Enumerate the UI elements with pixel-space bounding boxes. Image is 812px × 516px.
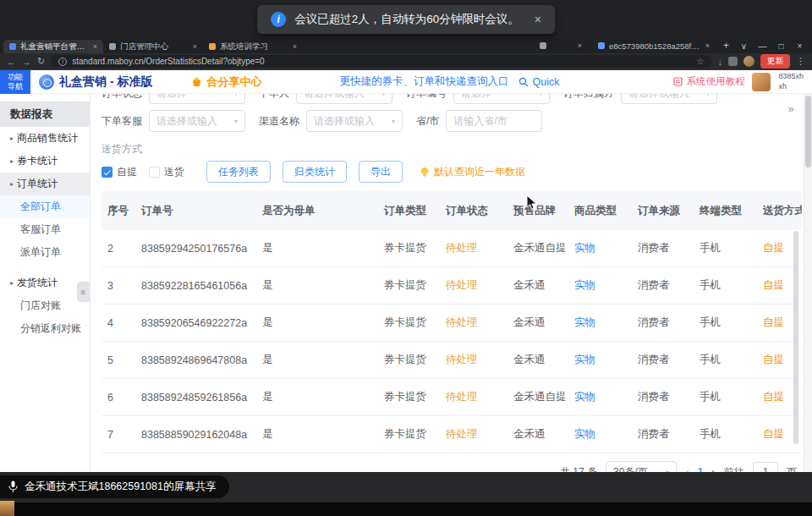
table-header-row: 序号 订单号 是否为母单 订单类型 订单状态 预售品牌 商品类型 订单来源 终端… bbox=[102, 191, 802, 230]
chevron-down-icon bbox=[234, 94, 238, 97]
user-avatar[interactable] bbox=[752, 73, 771, 91]
toolbar-button[interactable]: 导出 bbox=[359, 161, 403, 183]
download-icon[interactable]: ↓ bbox=[718, 57, 723, 67]
filter-placeholder: 请选择或输入 bbox=[304, 94, 365, 101]
sidebar-item[interactable]: 订单统计 bbox=[0, 173, 90, 195]
page-size-select[interactable]: 30条/页 bbox=[606, 461, 677, 472]
checkbox-icon bbox=[149, 167, 160, 178]
cell-source: 消费者 bbox=[632, 241, 694, 255]
next-page-button[interactable]: › bbox=[711, 465, 716, 472]
toolbar-button[interactable]: 任务列表 bbox=[206, 161, 271, 183]
sidebar-collapse-handle[interactable]: ≡ bbox=[77, 282, 90, 302]
sidebar-item[interactable]: 全部订单 bbox=[0, 195, 90, 218]
forward-icon[interactable]: → bbox=[22, 57, 31, 67]
sidebar-item[interactable]: 客服订单 bbox=[0, 218, 90, 241]
table-row[interactable]: 7 83858859029162048a 是 券卡提货 待处理 金禾通 实物 消… bbox=[102, 416, 802, 453]
filter-group: 省/市 请输入省/市 bbox=[416, 110, 542, 132]
filter-group: 订单状态 请选择 bbox=[102, 94, 245, 104]
column-header-source: 订单来源 bbox=[632, 204, 694, 218]
sidebar-item[interactable]: 派单订单 bbox=[0, 241, 90, 264]
cell-type: 券卡提货 bbox=[378, 241, 440, 255]
cell-source: 消费者 bbox=[632, 390, 694, 404]
tab-search-icon[interactable]: ∨ bbox=[737, 41, 751, 51]
minimize-button[interactable]: — bbox=[755, 41, 770, 51]
toolbar: 自提 送货 任务列表 归类统计 导出 bbox=[102, 161, 802, 183]
cell-goods-type-link[interactable]: 实物 bbox=[568, 316, 632, 330]
quick-search-link[interactable]: Quick bbox=[518, 76, 559, 88]
promo-link[interactable]: 更快捷的券卡、订单和快递查询入口 bbox=[339, 74, 508, 89]
sidebar-item[interactable]: 券卡统计 bbox=[0, 150, 90, 173]
reload-icon[interactable]: ↻ bbox=[37, 56, 45, 67]
filters-collapse-button[interactable]: » bbox=[782, 101, 800, 116]
share-center-link[interactable]: 合分享中心 bbox=[191, 74, 261, 90]
browser-tab[interactable] bbox=[534, 39, 588, 52]
filter-select[interactable]: 请选择或输入 bbox=[621, 94, 717, 104]
tab-favicon bbox=[9, 43, 16, 50]
current-page[interactable]: 1 bbox=[698, 466, 704, 472]
browser-update-button[interactable]: 更新 bbox=[760, 54, 790, 69]
table-row[interactable]: 4 83859206546922272a 是 券卡提货 待处理 金禾通 实物 消… bbox=[102, 305, 802, 342]
browser-tab[interactable]: 门店管理中心 bbox=[103, 40, 203, 53]
back-icon[interactable]: ← bbox=[7, 57, 16, 67]
browser-tab[interactable]: e8c573980b1528a258fd2e6 bbox=[592, 39, 716, 52]
cell-goods-type-link[interactable]: 实物 bbox=[568, 241, 632, 255]
filter-select[interactable]: 请选择 bbox=[149, 94, 245, 104]
tab-close-icon[interactable] bbox=[578, 41, 582, 50]
sidebar-item[interactable]: 分销返利对账 bbox=[0, 317, 90, 340]
site-info-icon[interactable]: i bbox=[58, 58, 67, 66]
cell-parent: 是 bbox=[256, 390, 378, 404]
table-row[interactable]: 3 83859228165461056a 是 券卡提货 待处理 金禾通 实物 消… bbox=[102, 267, 802, 305]
cell-brand: 金禾通 bbox=[508, 353, 568, 367]
toolbar-button[interactable]: 归类统计 bbox=[283, 161, 347, 183]
browser-tab[interactable]: 系统培训学习 bbox=[203, 40, 303, 53]
filter-select[interactable]: 请选择或输入 bbox=[149, 110, 245, 132]
filter-select[interactable]: 请输入省/市 bbox=[446, 110, 542, 132]
cell-goods-type-link[interactable]: 实物 bbox=[568, 353, 632, 367]
orders-table: 序号 订单号 是否为母单 订单类型 订单状态 预售品牌 商品类型 订单来源 终端… bbox=[102, 191, 802, 453]
maximize-button[interactable]: □ bbox=[774, 41, 788, 51]
cell-goods-type-link[interactable]: 实物 bbox=[568, 278, 632, 293]
new-tab-button[interactable]: + bbox=[720, 40, 732, 52]
tab-title: e8c573980b1528a258fd2e6 bbox=[609, 41, 701, 51]
table-row[interactable]: 2 83859294250176576a 是 券卡提货 待处理 金禾通自提 实物… bbox=[102, 230, 802, 267]
delivery-checkbox-group: 自提 送货 bbox=[102, 165, 184, 179]
total-count: 共 17 条 bbox=[560, 465, 597, 473]
delivery-checkbox[interactable]: 送货 bbox=[149, 165, 184, 179]
goto-page-input[interactable] bbox=[753, 462, 778, 472]
cell-terminal: 手机 bbox=[694, 241, 757, 255]
username-line1: 8385xh bbox=[778, 72, 804, 81]
cell-parent: 是 bbox=[256, 353, 378, 367]
taskbar-avatar[interactable] bbox=[0, 501, 14, 516]
filter-select[interactable]: 请选择或输入 bbox=[306, 110, 403, 132]
table-row[interactable]: 5 83858924869647808a 是 券卡提货 待处理 金禾通 实物 消… bbox=[102, 342, 802, 379]
tab-close-icon[interactable] bbox=[293, 42, 297, 51]
delivery-checkbox[interactable]: 自提 bbox=[102, 165, 137, 179]
url-text: standard.maboy.cn/OrderStatisticsDetail?… bbox=[72, 57, 264, 66]
tab-close-icon[interactable] bbox=[705, 41, 710, 50]
toast-close-icon[interactable]: × bbox=[535, 13, 541, 26]
table-scrollbar[interactable] bbox=[793, 231, 798, 444]
page-scrollbar[interactable] bbox=[804, 94, 812, 472]
tab-close-icon[interactable] bbox=[93, 42, 97, 51]
browser-tab[interactable]: 礼盒营销平台管理中心 bbox=[3, 40, 103, 53]
page-scrollbar-thumb[interactable] bbox=[805, 96, 811, 167]
browser-profile-avatar[interactable] bbox=[743, 56, 754, 67]
sidebar-item-label: 分销返利对账 bbox=[20, 321, 81, 336]
browser-menu-icon[interactable]: ⋮ bbox=[796, 56, 805, 67]
filter-select[interactable]: 请选择 bbox=[453, 94, 550, 104]
function-nav-button[interactable]: 功能导航 bbox=[0, 70, 30, 94]
tab-close-icon[interactable] bbox=[193, 42, 197, 51]
bookmark-star-icon[interactable]: ☆ bbox=[697, 57, 705, 66]
cell-goods-type-link[interactable]: 实物 bbox=[568, 390, 632, 404]
url-field[interactable]: i standard.maboy.cn/OrderStatisticsDetai… bbox=[51, 55, 711, 68]
tutorial-link[interactable]: 系统使用教程 bbox=[673, 75, 744, 88]
table-row[interactable]: 6 83858924859261856a 是 券卡提货 待处理 金禾通自提 实物… bbox=[102, 379, 802, 416]
filter-label: 订单编号 bbox=[406, 94, 447, 101]
prev-page-button[interactable]: ‹ bbox=[685, 465, 689, 472]
sidebar-item[interactable]: 商品销售统计 bbox=[0, 127, 90, 150]
window-close-button[interactable]: × bbox=[793, 41, 807, 51]
search-icon bbox=[518, 77, 529, 87]
cell-goods-type-link[interactable]: 实物 bbox=[568, 427, 632, 442]
extensions-icon[interactable] bbox=[728, 57, 738, 66]
filter-select[interactable]: 请选择或输入 bbox=[296, 94, 392, 104]
